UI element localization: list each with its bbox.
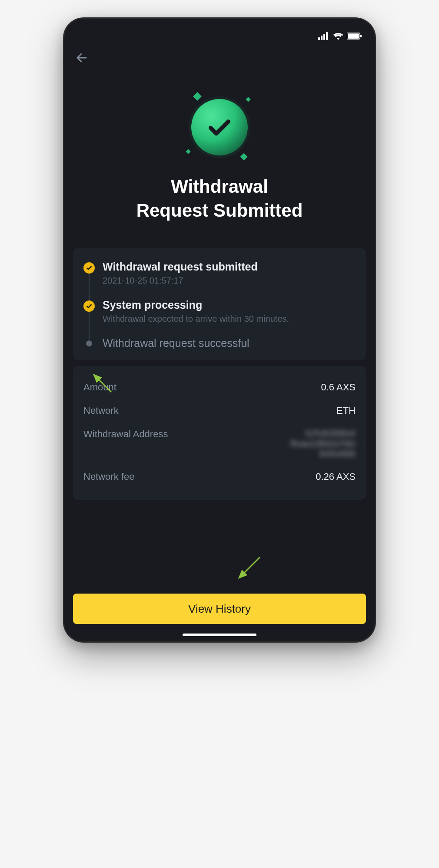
step-subtitle: Withdrawal expected to arrive within 30 …: [103, 314, 356, 324]
home-indicator[interactable]: [183, 634, 256, 636]
svg-rect-0: [318, 37, 320, 40]
detail-address: Withdrawal Address ILPufUSShuf Ruau1354J…: [83, 422, 356, 465]
detail-network: Network ETH: [83, 399, 356, 422]
detail-label: Amount: [83, 382, 116, 393]
signal-icon: [318, 32, 329, 40]
step-connector: [89, 274, 90, 300]
step-title: Withdrawal request successful: [103, 337, 356, 350]
nav-bar: [64, 45, 375, 71]
details-card: Amount 0.6 AXS Network ETH Withdrawal Ad…: [73, 366, 366, 500]
svg-rect-2: [323, 34, 325, 40]
back-button[interactable]: [72, 48, 91, 67]
sparkle-icon: [246, 97, 250, 102]
detail-value: 0.26 AXS: [316, 471, 356, 482]
sparkle-icon: [193, 92, 202, 101]
step-submitted: Withdrawal request submitted 2021-10-25 …: [83, 261, 356, 286]
step-title: System processing: [103, 299, 356, 311]
progress-card: Withdrawal request submitted 2021-10-25 …: [73, 248, 366, 360]
detail-label: Network: [83, 405, 119, 416]
detail-label: Network fee: [83, 471, 134, 482]
detail-fee: Network fee 0.26 AXS: [83, 465, 356, 488]
step-processing: System processing Withdrawal expected to…: [83, 299, 356, 324]
detail-value-redacted: ILPufUSShuf Ruau1354JuTdU 3n0vrk0A: [291, 429, 356, 459]
step-subtitle: 2021-10-25 01:57:17: [103, 276, 356, 286]
detail-label: Withdrawal Address: [83, 429, 168, 440]
step-successful: Withdrawal request successful: [83, 337, 356, 350]
status-bar: [64, 19, 375, 45]
main-content: Withdrawal Request Submitted Withdrawal …: [64, 71, 375, 581]
detail-value: 0.6 AXS: [321, 382, 356, 393]
battery-icon: [347, 33, 362, 40]
phone-frame: Withdrawal Request Submitted Withdrawal …: [63, 17, 376, 643]
step-dot-done-icon: [83, 262, 95, 274]
success-icon: [185, 92, 254, 162]
page-title: Withdrawal Request Submitted: [136, 175, 303, 222]
svg-rect-5: [348, 33, 359, 39]
sparkle-icon: [186, 149, 190, 154]
wifi-icon: [333, 32, 343, 40]
svg-rect-3: [326, 32, 328, 40]
step-title: Withdrawal request submitted: [103, 261, 356, 273]
step-connector: [89, 312, 90, 339]
step-dot-done-icon: [83, 300, 95, 312]
sparkle-icon: [240, 153, 248, 161]
step-dot-pending-icon: [86, 340, 92, 347]
svg-rect-6: [360, 35, 362, 37]
check-icon: [204, 112, 235, 142]
detail-amount: Amount 0.6 AXS: [83, 376, 356, 399]
arrow-left-icon: [75, 51, 88, 64]
svg-rect-1: [321, 36, 323, 40]
view-history-button[interactable]: View History: [73, 594, 366, 624]
footer: View History: [64, 581, 375, 641]
detail-value: ETH: [336, 405, 356, 416]
